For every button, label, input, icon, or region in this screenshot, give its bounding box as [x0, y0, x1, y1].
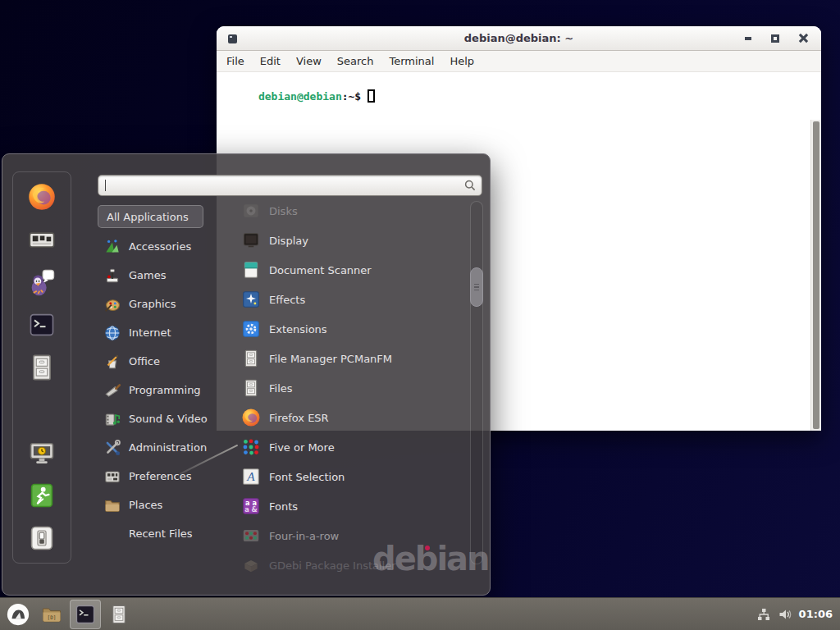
- graphics-icon: [103, 295, 121, 313]
- pidgin-icon: [27, 267, 57, 297]
- terminal-icon: [27, 310, 57, 340]
- extensions-icon: [241, 319, 261, 339]
- five-or-more-icon: [241, 437, 261, 457]
- prompt-suffix: :~$: [342, 90, 361, 103]
- text-cursor: [368, 89, 375, 103]
- app-effects[interactable]: Effects: [235, 285, 466, 314]
- category-label: Administration: [129, 441, 207, 454]
- scrollbar-grip: [474, 286, 479, 288]
- app-label: Display: [269, 235, 308, 247]
- app-gdebi-package-installer[interactable]: GDebi Package Installer: [235, 550, 466, 580]
- favorite-keyboard[interactable]: [27, 225, 57, 254]
- app-label: Fonts: [269, 500, 298, 513]
- accessories-icon: [103, 238, 121, 256]
- document-scanner-icon: [241, 260, 261, 280]
- app-five-or-more[interactable]: Five or More: [235, 432, 466, 462]
- menu-terminal[interactable]: Terminal: [389, 55, 434, 67]
- minimize-icon[interactable]: [745, 37, 751, 40]
- app-label: File Manager PCManFM: [269, 353, 392, 365]
- menu-file[interactable]: File: [226, 55, 244, 67]
- app-display[interactable]: Display: [235, 226, 466, 255]
- terminal-scrollbar[interactable]: [810, 120, 821, 431]
- terminal-icon: [74, 603, 97, 626]
- favorite-firefox[interactable]: [27, 182, 57, 212]
- svg-text:A: A: [246, 469, 255, 483]
- category-graphics[interactable]: Graphics: [98, 290, 234, 318]
- category-places[interactable]: Places: [98, 491, 234, 519]
- category-office[interactable]: Office: [98, 347, 234, 376]
- category-games[interactable]: Games: [98, 261, 234, 290]
- app-label: GDebi Package Installer: [269, 559, 396, 572]
- category-label: Internet: [129, 326, 171, 339]
- favorite-terminal[interactable]: [27, 310, 57, 340]
- menu-view[interactable]: View: [296, 55, 322, 67]
- taskbar: [D] 01:06: [0, 597, 840, 630]
- window-controls: [745, 26, 808, 50]
- scrollbar-grip: [474, 284, 479, 285]
- app-document-scanner[interactable]: Document Scanner: [235, 255, 466, 285]
- category-accessories[interactable]: Accessories: [98, 232, 234, 261]
- volume-icon[interactable]: [778, 607, 792, 622]
- preferences-icon: [103, 468, 121, 486]
- app-files[interactable]: Files: [235, 373, 466, 403]
- category-internet[interactable]: Internet: [98, 318, 234, 347]
- shutdown-icon: [27, 523, 57, 553]
- app-label: Extensions: [269, 323, 327, 336]
- close-icon[interactable]: [799, 34, 808, 43]
- app-fonts[interactable]: a aa & Fonts: [235, 491, 466, 521]
- category-label: Sound & Video: [129, 413, 208, 425]
- menu-search[interactable]: Search: [337, 55, 374, 67]
- gdebi-icon: [241, 555, 261, 575]
- taskbar-menu-button[interactable]: [2, 600, 34, 629]
- favorite-shutdown[interactable]: [27, 523, 57, 553]
- app-file-manager-pcmanfm[interactable]: File Manager PCManFM: [235, 344, 466, 373]
- category-programming[interactable]: Programming: [98, 376, 234, 404]
- category-preferences[interactable]: Preferences: [98, 462, 234, 491]
- menu-help[interactable]: Help: [450, 55, 474, 67]
- favorite-lock-screen[interactable]: [27, 438, 57, 468]
- category-label: Accessories: [129, 240, 191, 253]
- favorite-pidgin[interactable]: [27, 267, 57, 297]
- file-cabinet-icon: [108, 604, 130, 625]
- app-label: Firefox ESR: [269, 412, 329, 424]
- menu-edit[interactable]: Edit: [260, 55, 281, 67]
- app-extensions[interactable]: Extensions: [235, 314, 466, 344]
- font-selection-icon: A: [241, 467, 261, 486]
- keyboard-icon: [27, 225, 57, 254]
- window-title: debian@debian: ~: [464, 32, 573, 44]
- app-label: Font Selection: [269, 471, 345, 483]
- terminal-titlebar[interactable]: debian@debian: ~: [217, 26, 821, 51]
- terminal-scrollbar-handle[interactable]: [813, 121, 819, 429]
- app-list-scrollbar-track[interactable]: [470, 201, 483, 564]
- network-icon[interactable]: [756, 607, 771, 622]
- taskbar-files-button[interactable]: [103, 600, 135, 629]
- category-sound-video[interactable]: Sound & Video: [98, 404, 234, 433]
- app-firefox-esr[interactable]: Firefox ESR: [235, 403, 466, 432]
- app-four-in-a-row[interactable]: Four-in-a-row: [235, 521, 466, 550]
- taskbar-terminal-button[interactable]: [70, 600, 101, 629]
- scrollbar-grip: [474, 290, 479, 291]
- search-input[interactable]: [98, 175, 482, 196]
- clock[interactable]: 01:06: [799, 608, 833, 620]
- file-cabinet-icon: [27, 353, 57, 382]
- app-list-scrollbar-handle[interactable]: [470, 267, 483, 307]
- maximize-icon[interactable]: [771, 34, 779, 43]
- application-list: Disks Display Document Scanner Effects E…: [235, 196, 466, 580]
- taskbar-file-manager-button[interactable]: [D]: [36, 600, 67, 629]
- administration-icon: [103, 439, 121, 457]
- app-font-selection[interactable]: A Font Selection: [235, 462, 466, 491]
- favorite-logout[interactable]: [27, 481, 57, 510]
- app-label: Disks: [269, 205, 298, 217]
- category-all-applications[interactable]: All Applications: [98, 205, 203, 228]
- internet-icon: [103, 324, 121, 342]
- category-recent-files[interactable]: Recent Files: [98, 519, 234, 548]
- firefox-icon: [27, 182, 57, 212]
- shell-prompt: debian@debian:~$: [220, 77, 375, 115]
- search-icon: [463, 179, 477, 192]
- places-icon: [103, 496, 121, 514]
- app-disks[interactable]: Disks: [235, 196, 466, 226]
- favorite-file-manager[interactable]: [27, 353, 57, 382]
- search-caret: [105, 180, 106, 191]
- terminal-menubar: File Edit View Search Terminal Help: [217, 51, 821, 72]
- svg-text:a &: a &: [244, 505, 258, 514]
